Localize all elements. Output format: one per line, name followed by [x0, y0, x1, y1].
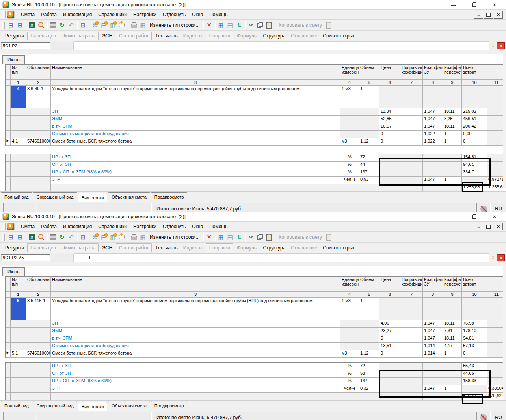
add-material-icon[interactable] [100, 233, 108, 241]
add-comment-icon[interactable] [118, 21, 126, 29]
save-icon[interactable] [49, 233, 57, 241]
cell-unit[interactable]: % [340, 154, 359, 162]
sound-mute-button[interactable] [476, 412, 491, 420]
cell-name[interactable]: НР от ЗП [51, 154, 340, 162]
formula-edit-area[interactable]: 1 [74, 253, 489, 262]
cell-popr[interactable] [400, 123, 423, 131]
sort-arrows-icon[interactable] [235, 21, 243, 29]
cell-vol[interactable]: 1 [359, 298, 380, 320]
restore-button[interactable] [469, 2, 479, 8]
cell-unit[interactable]: % [340, 370, 359, 378]
cell-name[interactable]: ЭММ [51, 116, 340, 123]
cell-tot[interactable]: 94,61 [462, 162, 487, 169]
cell-vol[interactable]: 1 [359, 86, 380, 108]
cell-tot[interactable]: 76,98 [462, 320, 487, 328]
cell-tot[interactable]: 0,00 [462, 131, 487, 138]
mdi-restore-button[interactable] [484, 11, 493, 19]
cell-unit[interactable]: % [340, 162, 359, 169]
copy-table-icon[interactable] [139, 21, 147, 29]
delete-row-icon[interactable] [205, 233, 213, 241]
cell-popr[interactable] [400, 335, 423, 343]
change-row-type-button[interactable]: Изменить тип строки... [147, 234, 202, 240]
view-tab-esn[interactable]: ЭСН [99, 32, 115, 40]
add-material-icon[interactable] [100, 21, 108, 29]
cell-num[interactable]: 4 [11, 86, 26, 108]
calc-sheet-icon[interactable] [217, 233, 225, 241]
month-tab[interactable]: Июнь [2, 267, 25, 276]
cell-tot[interactable]: 178,10 [462, 328, 487, 335]
menu-spravochniki[interactable]: Справочники [95, 11, 130, 18]
menu-otdohnut[interactable]: Отдохнуть [160, 11, 189, 18]
cell-kper[interactable]: 1 [443, 385, 462, 393]
cell-vol[interactable]: 44 [359, 162, 380, 169]
cell-just[interactable]: 5745010000 [26, 350, 51, 358]
cell-kzu[interactable]: 1,022 [423, 131, 443, 138]
cell-kper[interactable]: 1 [443, 138, 462, 146]
cell-vol[interactable]: 167 [359, 378, 380, 385]
cell-kper[interactable]: 18,11 [443, 320, 462, 328]
estimate-code-input[interactable] [1, 254, 50, 261]
spinner-control[interactable]: ▲▼ [490, 43, 496, 48]
close-panel-button[interactable]: x [497, 42, 505, 49]
cell-name[interactable]: НР от ЗП [51, 363, 340, 370]
excel-export-icon[interactable] [29, 234, 35, 240]
cell-tot[interactable]: 55,43 [462, 363, 487, 370]
view-tab-spisok-otkryt[interactable]: Список открыт [320, 32, 357, 40]
cell-kzu[interactable]: 1,047 [423, 328, 443, 335]
cell-num[interactable]: 4,1 [11, 138, 26, 146]
mdi-restore-button[interactable] [484, 223, 493, 230]
minimize-button[interactable] [448, 214, 459, 220]
cell-name[interactable]: в т.ч. ЗПМ [51, 335, 340, 343]
change-row-type-button[interactable]: Изменить тип строки... [147, 22, 202, 28]
undo-icon[interactable] [67, 21, 75, 29]
cell-tot[interactable]: 44,65 [462, 370, 487, 378]
tree-add-icon[interactable] [16, 21, 24, 29]
menu-otdohnut[interactable]: Отдохнуть [160, 223, 189, 230]
paste-icon[interactable] [265, 21, 273, 29]
tab-obektnaya-smeta[interactable]: Объектная смета [108, 401, 150, 410]
cell-popr[interactable] [400, 138, 423, 146]
menu-pomosch[interactable]: Помощь [206, 11, 231, 18]
cell-just[interactable]: 5745010000 [26, 138, 51, 146]
tree-collapse-icon[interactable] [7, 233, 15, 241]
estimate-code-input[interactable] [1, 42, 50, 49]
cell-unit[interactable]: % [340, 169, 359, 177]
mdi-close-button[interactable] [494, 11, 503, 19]
cell-unit[interactable]: м3 [340, 350, 359, 358]
close-button[interactable] [489, 2, 500, 8]
cell-price[interactable]: 4,06 [380, 320, 400, 328]
cell-kper[interactable]: 4,17 [443, 343, 462, 350]
cell-kper[interactable]: 18,11 [443, 335, 462, 343]
sound-mute-button[interactable] [476, 203, 491, 212]
cell-vol[interactable]: 1,12 [359, 350, 380, 358]
cell-kzu[interactable]: 1,047 [423, 335, 443, 343]
cell-kper[interactable]: 18,11 [443, 108, 462, 116]
menu-nastroyki[interactable]: Настройки [130, 223, 160, 230]
cell-tot[interactable]: 0 [462, 138, 487, 146]
cell-name[interactable]: НР и СП от ЗПМ (98% и 69%) [51, 169, 340, 177]
tab-polny-vid[interactable]: Полный вид [1, 401, 32, 410]
mdi-close-button[interactable] [494, 223, 503, 230]
sheet-edit-icon[interactable] [226, 21, 234, 29]
cell-name[interactable]: Стоимость материалов/оборудования [51, 131, 340, 138]
tab-vid-stroki[interactable]: Вид строки [78, 193, 108, 202]
cell-unit[interactable]: чел-ч [340, 177, 359, 184]
view-tab-resursy[interactable]: Ресурсы [2, 244, 26, 252]
sort-arrows-icon[interactable] [235, 233, 243, 241]
cell-price[interactable]: 5 [380, 335, 400, 343]
cell-kper[interactable]: 1 [443, 350, 462, 358]
view-tab-struktura[interactable]: Структура [260, 32, 288, 40]
cell-name[interactable]: Укладка бетона методом "стена в грунте" … [51, 86, 340, 108]
tab-sokraschenny-vid[interactable]: Сокращенный вид [33, 192, 77, 201]
cell-name[interactable]: НР и СП от ЗПМ (98% и 69%) [51, 378, 340, 385]
cell-name[interactable]: Смеси бетонные, БСГ, тяжелого бетона [51, 138, 340, 146]
calc-sheet-icon[interactable] [217, 21, 225, 29]
cell-tot[interactable]: 57,13 [462, 343, 487, 350]
cell-kper[interactable]: 7,31 [443, 328, 462, 335]
cell-name[interactable]: Укладка бетона методом "стена в грунте" … [51, 298, 340, 320]
cell-kzu[interactable]: 1,014 [423, 343, 443, 350]
view-tab-teh-chast[interactable]: Тех. часть [153, 244, 180, 252]
cell-name[interactable]: Стоимость материалов/оборудования [51, 343, 340, 350]
cell-unit[interactable]: 1 м3 [340, 298, 359, 320]
menu-smeta[interactable]: Смета [18, 223, 38, 230]
